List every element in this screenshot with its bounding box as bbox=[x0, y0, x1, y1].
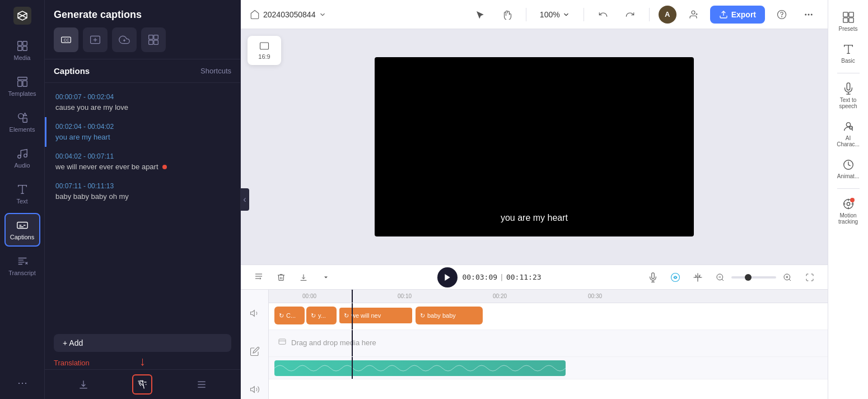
right-tool-basic[interactable]: Basic bbox=[832, 39, 865, 68]
aspect-ratio-badge[interactable]: 16:9 bbox=[248, 36, 281, 65]
right-tool-ai-charac[interactable]: AI Charac... bbox=[832, 116, 865, 152]
split-tool[interactable] bbox=[689, 268, 707, 286]
svg-point-54 bbox=[847, 202, 850, 206]
timeline-cursor-tool[interactable] bbox=[250, 268, 268, 286]
caption-clip-3[interactable]: ↻ we will nev bbox=[338, 307, 413, 324]
add-user-button[interactable] bbox=[683, 4, 703, 25]
zoom-slider[interactable] bbox=[731, 276, 776, 279]
caption-text-2: you are my heart bbox=[55, 133, 231, 141]
caption-item-4[interactable]: 00:07:11 - 00:11:13 baby baby baby oh my bbox=[45, 177, 240, 206]
menu-button[interactable] bbox=[192, 374, 212, 395]
svg-rect-47 bbox=[843, 18, 847, 22]
svg-marker-30 bbox=[445, 274, 450, 281]
panel-title: Generate captions bbox=[54, 9, 231, 21]
play-button[interactable] bbox=[437, 267, 458, 287]
fullscreen-timeline[interactable] bbox=[801, 268, 819, 286]
caption-text-4: baby baby baby oh my bbox=[55, 192, 231, 201]
zoom-in[interactable] bbox=[778, 268, 796, 286]
panel-collapse-button[interactable]: ‹ bbox=[240, 188, 249, 211]
right-tool-text-to-speech[interactable]: Text to speech bbox=[832, 78, 865, 114]
svg-rect-20 bbox=[149, 40, 153, 45]
ai-voice-button[interactable] bbox=[666, 268, 684, 286]
svg-rect-18 bbox=[149, 35, 153, 39]
playhead-media bbox=[352, 330, 353, 356]
svg-rect-9 bbox=[22, 81, 26, 86]
video-subtitle: you are my heart bbox=[501, 213, 568, 223]
motion-tracking-dot bbox=[850, 198, 855, 202]
microphone-button[interactable] bbox=[644, 268, 662, 286]
svg-rect-5 bbox=[17, 47, 21, 50]
zoom-out[interactable] bbox=[711, 268, 729, 286]
svg-rect-48 bbox=[848, 18, 853, 22]
sidebar-item-media[interactable]: Media bbox=[4, 34, 40, 67]
playhead-audio bbox=[352, 357, 353, 379]
sidebar-item-captions[interactable]: Captions bbox=[4, 213, 40, 247]
track-volume-icon[interactable] bbox=[247, 305, 263, 321]
caption-clip-2[interactable]: ↻ y... bbox=[306, 307, 337, 324]
panel-header: Generate captions CC bbox=[45, 0, 240, 59]
captions-track: ↻ C... ↻ y... ↻ we will nev ↻ bbox=[269, 303, 828, 330]
caption-time-4: 00:07:11 - 00:11:13 bbox=[55, 182, 231, 190]
select-tool[interactable] bbox=[470, 4, 490, 25]
sidebar-collapse[interactable]: ⋯ bbox=[13, 372, 32, 393]
timeline-toolbar: 00:03:09|00:11:23 bbox=[241, 265, 828, 290]
hand-tool[interactable] bbox=[497, 4, 517, 25]
right-tool-animate[interactable]: Animat... bbox=[832, 154, 865, 184]
redo-button[interactable] bbox=[620, 4, 640, 25]
tab-upload[interactable] bbox=[83, 27, 108, 52]
caption-error-indicator bbox=[162, 165, 167, 169]
track-audio-icon[interactable] bbox=[247, 382, 263, 397]
project-name[interactable]: 202403050844 bbox=[250, 10, 326, 20]
download-tool[interactable] bbox=[295, 268, 312, 286]
caption-item-3[interactable]: 00:04:02 - 00:07:11 we will never ever e… bbox=[45, 147, 240, 177]
svg-point-51 bbox=[846, 123, 850, 127]
audio-track bbox=[269, 357, 828, 379]
svg-rect-11 bbox=[22, 118, 26, 122]
right-sidebar: Presets Basic Text to speech AI Charac..… bbox=[828, 0, 868, 399]
sidebar-item-transcript[interactable]: Transcript bbox=[4, 249, 40, 282]
app-logo[interactable] bbox=[12, 6, 32, 26]
current-time: 00:03:09|00:11:23 bbox=[462, 273, 541, 281]
caption-clip-1[interactable]: ↻ C... bbox=[274, 307, 305, 324]
svg-point-12 bbox=[17, 155, 21, 159]
audio-waveform[interactable] bbox=[274, 360, 566, 376]
download-button[interactable] bbox=[73, 374, 94, 395]
svg-line-39 bbox=[789, 279, 791, 281]
playhead[interactable] bbox=[352, 290, 353, 303]
translate-button[interactable] bbox=[132, 374, 152, 395]
user-avatar[interactable]: A bbox=[659, 6, 676, 24]
svg-point-26 bbox=[805, 13, 806, 15]
svg-rect-44 bbox=[279, 339, 286, 344]
more-options-button[interactable] bbox=[799, 4, 819, 25]
svg-point-25 bbox=[782, 16, 782, 17]
caption-clip-4[interactable]: ↻ baby baby bbox=[416, 307, 483, 324]
tab-auto-captions[interactable]: CC bbox=[54, 27, 78, 52]
delete-tool[interactable] bbox=[272, 268, 290, 286]
captions-panel: Generate captions CC bbox=[45, 0, 241, 399]
right-tool-motion-tracking[interactable]: Motion tracking bbox=[832, 193, 865, 229]
track-edit-icon[interactable] bbox=[247, 344, 263, 359]
playhead-captions bbox=[352, 303, 353, 330]
ruler-mark-1: 00:10 bbox=[398, 293, 412, 299]
caption-item-2[interactable]: 00:02:04 - 00:04:02 you are my heart bbox=[45, 117, 240, 147]
svg-rect-29 bbox=[260, 43, 269, 49]
sidebar-item-audio[interactable]: Audio bbox=[4, 141, 40, 175]
undo-button[interactable] bbox=[593, 4, 613, 25]
zoom-control[interactable]: 100% bbox=[535, 8, 575, 21]
tab-cloud[interactable] bbox=[112, 27, 137, 52]
right-tool-presets[interactable]: Presets bbox=[832, 7, 865, 36]
sidebar-item-text[interactable]: Text bbox=[4, 177, 40, 211]
tab-magic[interactable] bbox=[141, 27, 166, 52]
sidebar-item-elements[interactable]: Elements bbox=[4, 105, 40, 139]
shortcuts-button[interactable]: Shortcuts bbox=[200, 67, 231, 75]
timeline-area: 00:03:09|00:11:23 bbox=[241, 265, 828, 399]
export-button[interactable]: Export bbox=[710, 6, 765, 24]
download-options[interactable] bbox=[317, 268, 335, 286]
caption-item-1[interactable]: 00:00:07 - 00:02:04 cause you are my lov… bbox=[45, 87, 240, 117]
caption-time-1: 00:00:07 - 00:02:04 bbox=[55, 93, 231, 101]
add-caption-button[interactable]: + Add bbox=[54, 334, 231, 352]
help-button[interactable] bbox=[772, 4, 792, 25]
timeline-ruler: 00:00 00:10 00:20 00:30 bbox=[269, 290, 828, 303]
svg-rect-14 bbox=[17, 222, 27, 229]
sidebar-item-templates[interactable]: Templates bbox=[4, 69, 40, 103]
